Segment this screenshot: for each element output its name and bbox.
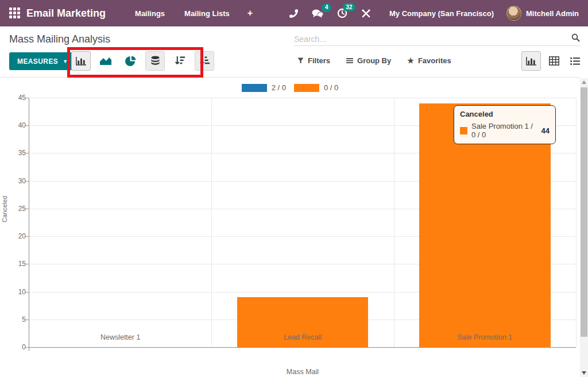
phone-icon[interactable] [283,9,305,18]
apps-menu-icon[interactable] [9,7,21,19]
tooltip-value: 44 [541,126,550,135]
search-bar [294,32,580,46]
y-tick-mark [25,209,29,209]
tooltip-swatch [460,127,467,134]
scroll-up-arrow-icon[interactable] [582,80,586,84]
menu-mailings[interactable]: Mailings [125,9,175,18]
chart-legend: 2 / 00 / 0 [0,83,580,92]
group-by-icon [346,57,353,64]
area-chart-icon [99,56,112,66]
menu-plus-button[interactable]: + [239,8,261,18]
database-icon [150,56,160,66]
top-navbar: Email Marketing Mailings Mailing Lists +… [0,0,588,26]
filters-button[interactable]: Filters [297,56,330,65]
measures-button[interactable]: MEASURES ▼ [9,52,76,70]
y-tick-label: 35 [18,149,26,157]
legend-label: 2 / 0 [272,83,286,92]
group-by-button[interactable]: Group By [346,56,391,65]
line-chart-button[interactable] [96,51,115,71]
graph-view-icon [526,56,537,66]
y-tick-mark [25,98,29,98]
user-avatar [506,6,521,21]
x-axis-line [25,347,576,348]
user-menu[interactable]: Mitchell Admin [506,6,581,21]
legend-item[interactable]: 2 / 0 [242,83,286,92]
measures-label: MEASURES [17,57,58,66]
view-switcher [521,51,582,71]
legend-swatch [294,84,319,92]
list-view-button[interactable] [567,51,582,71]
activities-badge: 32 [343,3,355,11]
scrollbar-thumb[interactable] [581,87,587,337]
y-tick-label: 40 [18,121,26,129]
messages-icon[interactable]: 4 [305,9,330,18]
y-tick-label: 30 [18,177,26,185]
search-icon[interactable] [571,33,580,44]
filters-label: Filters [308,56,330,65]
vertical-scrollbar[interactable] [580,78,588,377]
phone-icon-glyph [289,9,298,18]
legend-label: 0 / 0 [324,83,338,92]
y-tick-label: 5 [22,316,26,324]
graph-view-button[interactable] [521,51,541,71]
pie-chart-button[interactable] [121,51,140,71]
gridline-v [576,98,577,347]
search-underline [294,45,580,46]
wrench-screwdriver-glyph [361,9,371,18]
y-tick-label: 25 [18,205,26,213]
stacked-button[interactable] [145,51,165,71]
bar-chart-icon [76,56,87,66]
chart-tooltip: Canceled Sale Promotion 1 / 0 / 0 44 [454,105,556,144]
x-category-label: Newsletter 1 [100,333,140,341]
search-options-bar: Filters Group By ★ Favorites [297,56,451,65]
y-axis-title: Canceled [1,196,8,222]
app-brand[interactable]: Email Marketing [26,7,106,20]
gridline-h [29,98,576,98]
y-tick-label: 45 [18,94,26,102]
y-axis-line [29,98,29,351]
gridline-v [211,98,212,347]
y-tick-mark [25,181,29,182]
menu-mailing-lists[interactable]: Mailing Lists [175,9,239,18]
y-tick-label: 15 [18,260,26,268]
user-name: Mitchell Admin [526,9,579,18]
y-tick-mark [25,153,29,153]
y-tick-label: 10 [18,288,26,296]
y-tick-mark [25,125,29,126]
activities-icon[interactable]: 32 [330,8,354,18]
legend-item[interactable]: 0 / 0 [294,83,338,92]
pivot-view-button[interactable] [547,51,562,71]
tooltip-row: Sale Promotion 1 / 0 / 0 44 [460,122,550,139]
scroll-down-arrow-icon[interactable] [582,371,586,375]
y-tick-mark [25,292,29,293]
legend-swatch [242,84,267,92]
gridline-v [394,98,394,347]
y-tick-label: 0 [22,343,26,351]
favorites-button[interactable]: ★ Favorites [407,56,451,65]
tooltip-series-label: Sale Promotion 1 / 0 / 0 [471,122,536,139]
filter-funnel-icon [297,57,304,64]
x-category-label: Sale Promotion 1 [457,333,512,341]
x-category-label: Lead Recall [284,333,322,341]
star-icon: ★ [407,56,414,65]
group-by-label: Group By [357,56,391,65]
tooltip-title: Canceled [460,110,550,118]
caret-down-icon: ▼ [63,59,68,64]
x-axis-title: Mass Mail [287,368,319,376]
debug-tools-icon[interactable] [354,9,378,18]
y-tick-mark [25,264,29,264]
search-input[interactable] [294,32,580,46]
bar-chart-button[interactable] [71,51,91,71]
graph-chart-area: 2 / 00 / 0 Canceled 051015202530354045 M… [0,78,580,377]
sort-descending-button[interactable] [170,51,189,71]
company-switcher[interactable]: My Company (San Francisco) [378,9,506,18]
sort-amount-desc-icon [175,56,185,66]
page-title: Mass Mailing Analysis [9,33,110,45]
chart-type-toolbar [71,51,214,71]
table-grid-icon [549,56,559,66]
y-tick-label: 20 [18,232,26,240]
pie-chart-icon [125,56,136,67]
list-view-icon [570,57,580,66]
sort-ascending-button[interactable] [195,51,214,71]
y-tick-mark [25,236,29,237]
